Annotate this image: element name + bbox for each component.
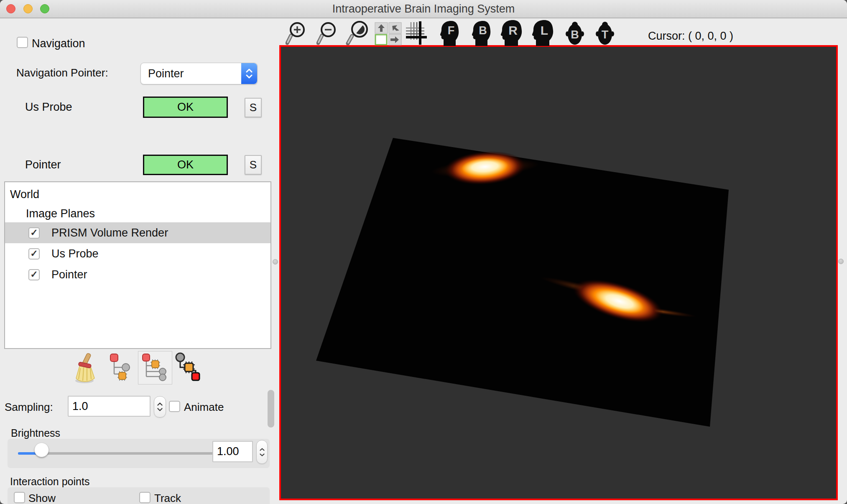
view-left-head-icon[interactable]: L <box>532 20 554 46</box>
svg-text:B: B <box>571 28 579 41</box>
us-probe-label: Us Probe <box>25 101 72 114</box>
delete-transform-node-icon[interactable] <box>175 352 205 382</box>
us-probe-status-button[interactable]: OK <box>143 97 228 118</box>
tree-row-us-probe[interactable]: ✓ Us Probe <box>5 243 270 264</box>
title-bar: Intraoperative Brain Imaging System <box>0 0 847 18</box>
brightness-input[interactable] <box>212 441 253 462</box>
view-front-head-icon[interactable]: F <box>440 20 459 46</box>
sampling-input[interactable] <box>68 396 151 417</box>
check-icon: ✓ <box>30 227 38 238</box>
track-checkbox[interactable] <box>139 492 151 503</box>
sampling-label: Sampling: <box>5 401 53 414</box>
zoom-out-icon[interactable] <box>316 21 338 46</box>
zoom-in-icon[interactable] <box>286 21 307 46</box>
brightness-label: Brightness <box>11 427 60 439</box>
tree-item-label: Pointer <box>51 268 87 281</box>
view-right-head-icon[interactable]: R <box>500 20 522 46</box>
navigation-checkbox[interactable] <box>17 37 28 48</box>
tree-row-pointer[interactable]: ✓ Pointer <box>5 264 270 285</box>
tree-item-label: PRISM Volume Render <box>51 227 168 239</box>
insert-transform-node-icon[interactable] <box>138 351 172 384</box>
show-label: Show <box>28 492 56 504</box>
zoom-fit-icon[interactable] <box>346 20 371 46</box>
svg-text:L: L <box>541 23 548 37</box>
right-splitter-handle[interactable] <box>838 259 844 264</box>
tree-row-prism-volume-render[interactable]: ✓ PRISM Volume Render <box>5 222 270 243</box>
animate-checkbox[interactable] <box>169 401 180 412</box>
interaction-points-label: Interaction points <box>10 476 89 488</box>
crosshair-slices-icon[interactable] <box>406 21 427 46</box>
clear-scene-broom-icon[interactable] <box>72 352 99 384</box>
view-top-head-icon[interactable]: T <box>596 21 614 46</box>
animate-label: Animate <box>184 401 224 414</box>
panel-scrollbar-thumb[interactable] <box>268 390 274 428</box>
check-icon: ✓ <box>30 269 38 280</box>
navigation-pointer-label: Navigation Pointer: <box>16 66 108 79</box>
tree-item-checkbox[interactable]: ✓ <box>28 248 40 260</box>
window-title: Intraoperative Brain Imaging System <box>0 0 847 18</box>
cursor-coordinates: Cursor: ( 0, 0, 0 ) <box>648 30 733 43</box>
render-viewport[interactable] <box>279 45 838 500</box>
tree-item-checkbox[interactable]: ✓ <box>28 269 40 280</box>
svg-text:F: F <box>448 24 455 37</box>
left-splitter-handle[interactable] <box>273 259 278 265</box>
svg-text:R: R <box>508 23 518 37</box>
svg-text:B: B <box>479 24 487 37</box>
interaction-points-group: Show Track <box>8 487 270 504</box>
dropdown-stepper-icon <box>241 63 257 84</box>
tree-item-checkbox[interactable]: ✓ <box>28 227 40 239</box>
us-probe-settings-button[interactable]: S <box>245 98 262 117</box>
pointer-status-button[interactable]: OK <box>143 155 228 175</box>
image-plane-quad <box>316 138 729 427</box>
pointer-settings-button[interactable]: S <box>245 155 262 175</box>
navigation-pointer-dropdown[interactable]: Pointer <box>140 63 258 84</box>
brightness-slider-thumb[interactable] <box>34 443 49 457</box>
dropdown-value: Pointer <box>141 67 241 80</box>
scene-tree: World Image Planes ✓ PRISM Volume Render… <box>4 181 271 349</box>
pan-arrows-icon[interactable] <box>375 22 402 46</box>
brightness-stepper[interactable] <box>256 440 268 464</box>
svg-text:T: T <box>602 28 609 41</box>
navigation-label: Navigation <box>32 37 85 50</box>
view-back-head-icon[interactable]: B <box>472 20 491 46</box>
check-icon: ✓ <box>30 248 38 259</box>
view-bottom-head-icon[interactable]: B <box>566 21 584 46</box>
tree-node-image-planes[interactable]: Image Planes <box>26 207 95 220</box>
tree-item-label: Us Probe <box>51 247 99 260</box>
track-label: Track <box>154 492 181 504</box>
volume-render-scene <box>281 47 836 499</box>
tree-node-world[interactable]: World <box>10 188 39 201</box>
sampling-stepper[interactable] <box>154 396 166 417</box>
app-window: Intraoperative Brain Imaging System <box>0 0 847 504</box>
show-checkbox[interactable] <box>14 492 25 503</box>
pointer-label: Pointer <box>25 158 61 171</box>
add-transform-node-icon[interactable] <box>110 353 133 382</box>
